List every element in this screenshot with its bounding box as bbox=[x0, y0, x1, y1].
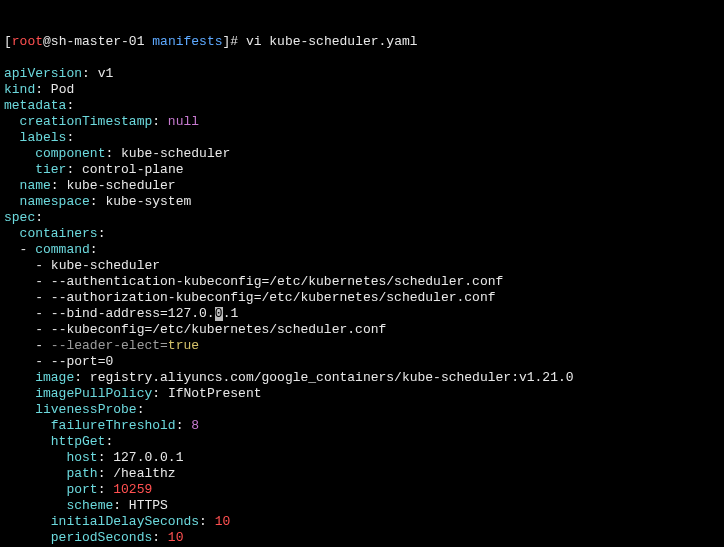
bracket-close: ]# bbox=[223, 34, 239, 49]
vi-editor-content[interactable]: apiVersion: v1 kind: Pod metadata: creat… bbox=[4, 50, 720, 547]
command-text[interactable]: vi kube-scheduler.yaml bbox=[238, 34, 417, 49]
prompt-host: sh-master-01 bbox=[51, 34, 145, 49]
prompt-cwd: manifests bbox=[152, 34, 222, 49]
prompt-user: root bbox=[12, 34, 43, 49]
terminal-output: [root@sh-master-01 manifests]# vi kube-s… bbox=[0, 0, 724, 547]
prompt-line: [root@sh-master-01 manifests]# vi kube-s… bbox=[4, 34, 418, 49]
prompt-at: @ bbox=[43, 34, 51, 49]
bracket-open: [ bbox=[4, 34, 12, 49]
vi-cursor: 0 bbox=[215, 307, 223, 321]
